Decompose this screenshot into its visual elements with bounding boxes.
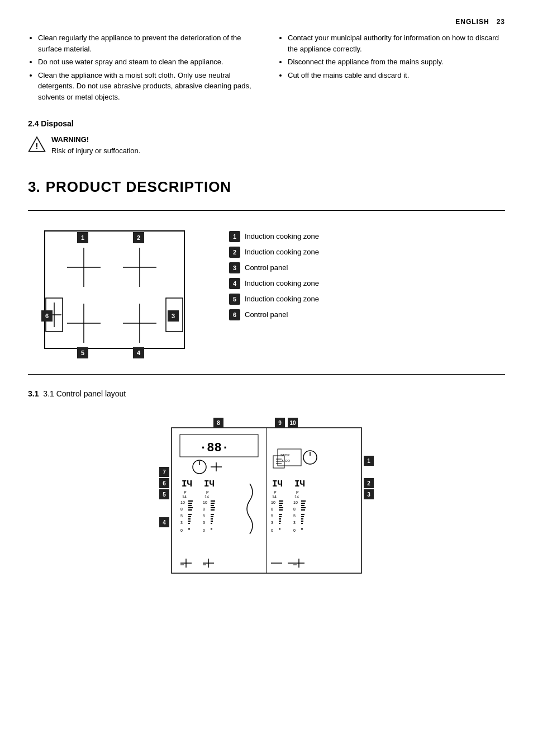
parts-list-item-6: 6 Control panel: [229, 309, 319, 320]
svg-rect-83: [211, 528, 212, 530]
svg-rect-76: [211, 514, 214, 515]
svg-text:0: 0: [203, 528, 205, 532]
svg-rect-109: [301, 516, 304, 517]
svg-rect-65: [188, 523, 190, 524]
svg-text:IЧ: IЧ: [272, 479, 283, 489]
svg-text:5: 5: [203, 514, 205, 518]
svg-rect-113: [301, 523, 303, 524]
parts-badge-6: 6: [229, 309, 240, 320]
svg-text:P: P: [296, 490, 299, 494]
svg-text:14: 14: [272, 495, 277, 499]
control-panel-svg: ·88· STOP & GO IЧ: [138, 405, 395, 584]
svg-rect-67: [188, 528, 190, 530]
cooktop-diagram: 1 2 3 4 5 6: [28, 220, 207, 365]
warning-label: WARNING!: [51, 134, 140, 145]
svg-rect-70: [211, 503, 215, 504]
svg-rect-85: [279, 500, 283, 502]
parts-list-item-3: 3 Control panel: [229, 262, 319, 273]
warning-description: Risk of injury or suffocation.: [51, 147, 140, 155]
svg-text:5: 5: [163, 492, 166, 498]
svg-rect-60: [188, 514, 192, 515]
svg-rect-99: [279, 528, 280, 530]
right-bullet-list: Contact your municipal authority for inf…: [278, 32, 505, 81]
svg-text:3: 3: [293, 521, 296, 525]
parts-list-item-5: 5 Induction cooking zone: [229, 294, 319, 305]
svg-text:10: 10: [293, 500, 298, 504]
svg-text:P: P: [184, 490, 187, 494]
svg-text:8: 8: [293, 507, 296, 511]
control-panel-heading: 3.1 3.1 Control panel layout: [28, 388, 505, 400]
parts-badge-5: 5: [229, 294, 240, 305]
parts-badge-1: 1: [229, 231, 240, 242]
svg-rect-62: [188, 518, 191, 519]
svg-rect-86: [279, 503, 283, 504]
svg-text:STOP: STOP: [280, 453, 289, 457]
svg-rect-80: [211, 521, 213, 522]
svg-text:6: 6: [163, 480, 166, 486]
svg-rect-110: [301, 518, 303, 519]
cooktop-svg: 1 2 3 4 5 6: [28, 220, 207, 365]
svg-text:IЧ: IЧ: [204, 479, 215, 489]
svg-text:5: 5: [293, 514, 296, 518]
disposal-section: 2.4 Disposal ! WARNING! Risk of injury o…: [28, 118, 505, 156]
svg-text:IЧ: IЧ: [182, 479, 192, 489]
svg-rect-73: [211, 507, 215, 508]
svg-text:2: 2: [367, 480, 370, 486]
svg-text:14: 14: [294, 495, 299, 499]
control-panel-section: 3.1 3.1 Control panel layout ·88·: [28, 388, 505, 584]
left-bullet-1: Clean regularly the appliance to prevent…: [38, 32, 255, 54]
svg-text:4: 4: [137, 349, 141, 356]
parts-badge-4: 4: [229, 278, 240, 289]
page-number: 23: [497, 18, 505, 26]
svg-text:5: 5: [81, 349, 84, 356]
right-bullet-2: Disconnect the appliance from the mains …: [288, 56, 505, 68]
svg-rect-101: [301, 500, 306, 502]
svg-rect-74: [211, 509, 215, 511]
svg-text:10: 10: [271, 500, 275, 504]
svg-rect-106: [301, 509, 305, 511]
product-diagram-container: 1 2 3 4 5 6: [28, 220, 505, 365]
svg-text:7: 7: [163, 469, 166, 475]
intro-bullets: Clean regularly the appliance to prevent…: [28, 32, 505, 107]
svg-rect-54: [188, 503, 192, 504]
svg-rect-69: [211, 500, 215, 502]
svg-rect-89: [279, 507, 283, 508]
svg-rect-71: [211, 505, 214, 506]
svg-rect-2: [45, 231, 184, 348]
language-label: ENGLISH: [455, 18, 489, 26]
right-bullet-3: Cut off the mains cable and discard it.: [288, 70, 505, 81]
svg-text:3: 3: [271, 521, 273, 525]
svg-rect-64: [188, 521, 191, 522]
warning-box: ! WARNING! Risk of injury or suffocation…: [28, 134, 505, 156]
svg-text:0: 0: [293, 528, 296, 532]
svg-rect-92: [279, 514, 282, 515]
left-bullet-2: Do not use water spray and steam to clea…: [38, 56, 255, 68]
svg-text:P: P: [274, 490, 277, 494]
svg-text:3: 3: [172, 313, 175, 319]
svg-rect-58: [188, 509, 192, 511]
svg-rect-94: [279, 518, 281, 519]
warning-icon: !: [28, 135, 46, 153]
svg-text:10: 10: [203, 500, 207, 504]
svg-rect-57: [188, 507, 193, 508]
parts-list-item-1: 1 Induction cooking zone: [229, 231, 319, 242]
svg-rect-112: [301, 521, 303, 522]
svg-rect-53: [188, 500, 193, 502]
svg-text:9: 9: [278, 420, 282, 426]
svg-text:·88·: ·88·: [199, 441, 229, 455]
parts-label-6: Control panel: [245, 309, 288, 320]
svg-text:0: 0: [180, 528, 183, 532]
svg-text:& GO: & GO: [282, 459, 290, 462]
svg-text:P: P: [206, 490, 209, 494]
right-column: Contact your municipal authority for inf…: [278, 32, 505, 107]
svg-text:2: 2: [137, 234, 140, 241]
svg-text:3: 3: [180, 521, 183, 525]
svg-text:8: 8: [271, 507, 273, 511]
svg-text:14: 14: [182, 495, 187, 499]
svg-rect-81: [211, 523, 212, 524]
svg-rect-102: [301, 503, 305, 504]
left-column: Clean regularly the appliance to prevent…: [28, 32, 255, 107]
parts-badge-2: 2: [229, 247, 240, 258]
svg-rect-97: [279, 523, 280, 524]
parts-label-4: Induction cooking zone: [245, 278, 319, 289]
